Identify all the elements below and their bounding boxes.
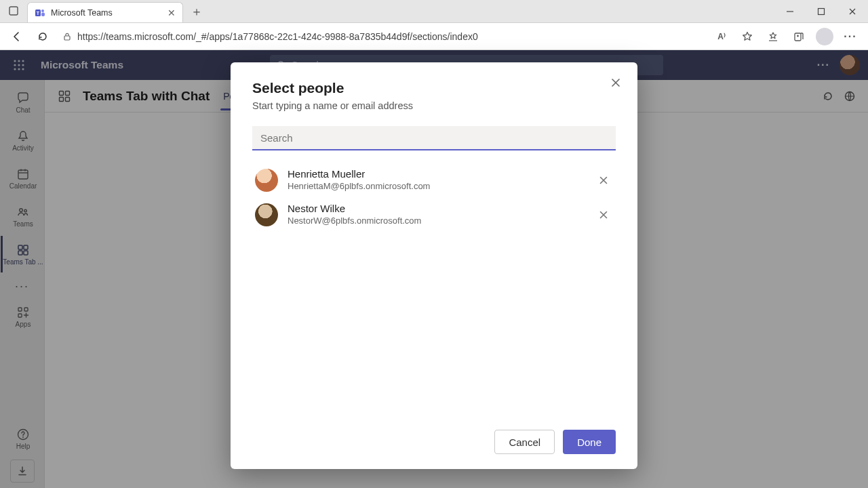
browser-tab[interactable]: T Microsoft Teams ✕ <box>27 2 183 22</box>
url-field[interactable]: https://teams.microsoft.com/_#/apps/1a77… <box>57 26 707 47</box>
svg-rect-9 <box>64 36 70 40</box>
person-email: NestorW@6plbfs.onmicrosoft.com <box>288 216 585 226</box>
window-controls <box>774 0 868 23</box>
nav-refresh-button[interactable] <box>31 26 54 47</box>
window-close-button[interactable] <box>837 0 868 23</box>
remove-person-button[interactable] <box>594 171 613 190</box>
cancel-button[interactable]: Cancel <box>494 430 555 454</box>
browser-tab-strip: T Microsoft Teams ✕ ＋ <box>0 0 868 23</box>
favorites-bar-button[interactable] <box>761 26 785 47</box>
svg-rect-3 <box>41 12 45 16</box>
person-name: Henrietta Mueller <box>288 168 585 181</box>
window-maximize-button[interactable] <box>806 0 837 23</box>
collections-button[interactable] <box>787 26 811 47</box>
select-people-dialog: Select people Start typing a name or ema… <box>231 62 637 469</box>
svg-rect-0 <box>9 7 18 15</box>
read-aloud-button[interactable]: A⁾ <box>709 26 734 47</box>
person-name: Nestor Wilke <box>288 203 585 216</box>
dialog-close-button[interactable] <box>606 73 625 92</box>
svg-point-2 <box>41 9 44 12</box>
url-text: https://teams.microsoft.com/_#/apps/1a77… <box>77 31 478 42</box>
dialog-subtitle: Start typing a name or email address <box>252 100 616 111</box>
modal-scrim: Select people Start typing a name or ema… <box>0 50 868 488</box>
close-icon <box>599 210 608 220</box>
teams-app: Microsoft Teams Search ··· Chat Activity <box>0 50 868 488</box>
window-minimize-button[interactable] <box>774 0 806 23</box>
close-icon <box>599 176 608 185</box>
selected-person: Henrietta Mueller HenriettaM@6plbfs.onmi… <box>252 163 616 197</box>
svg-text:T: T <box>37 11 40 16</box>
browser-tab-title: Microsoft Teams <box>51 8 162 18</box>
avatar <box>255 169 278 192</box>
favorite-button[interactable] <box>735 26 760 47</box>
people-search-input[interactable] <box>252 126 616 150</box>
browser-menu-button[interactable]: ··· <box>838 26 863 47</box>
avatar <box>255 203 278 226</box>
close-icon <box>610 77 621 88</box>
browser-address-bar: https://teams.microsoft.com/_#/apps/1a77… <box>0 23 868 50</box>
nav-back-button[interactable] <box>5 26 28 47</box>
selected-people-list: Henrietta Mueller HenriettaM@6plbfs.onmi… <box>252 163 616 232</box>
remove-person-button[interactable] <box>594 205 613 224</box>
browser-window: T Microsoft Teams ✕ ＋ https://teams.micr… <box>0 0 868 488</box>
svg-rect-6 <box>818 9 825 15</box>
teams-favicon-icon: T <box>35 7 45 18</box>
selected-person: Nestor Wilke NestorW@6plbfs.onmicrosoft.… <box>252 197 616 232</box>
done-button[interactable]: Done <box>563 430 616 454</box>
lock-icon <box>62 32 72 41</box>
tab-actions-button[interactable] <box>4 1 23 20</box>
dialog-title: Select people <box>252 80 616 96</box>
person-email: HenriettaM@6plbfs.onmicrosoft.com <box>288 181 585 192</box>
browser-profile-button[interactable] <box>812 26 837 47</box>
tab-close-icon[interactable]: ✕ <box>167 7 176 18</box>
new-tab-button[interactable]: ＋ <box>187 2 206 21</box>
